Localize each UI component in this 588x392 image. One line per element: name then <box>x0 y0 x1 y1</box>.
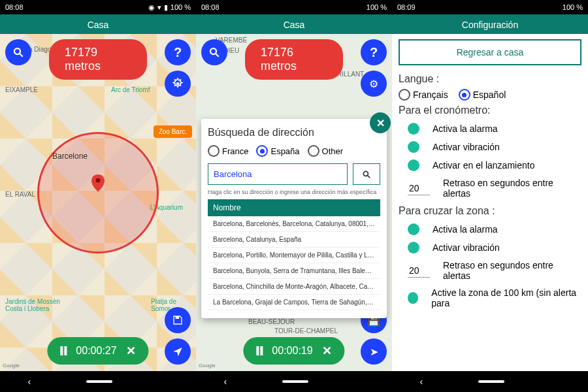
map-canvas[interactable]: CHANDIEU VALAIS MONTBRILLANT VAREMBÉ LES… <box>196 34 392 371</box>
address-input[interactable] <box>208 163 348 185</box>
status-bar: 08:08 ◉ ▾ ▮ 100 % <box>0 0 196 14</box>
poi-label: Arc de Triomf <box>111 86 150 93</box>
app-header: Configuración <box>392 14 588 35</box>
help-button[interactable]: ? <box>165 39 191 65</box>
map-attribution: Google <box>199 363 216 368</box>
android-nav-bar: ‹ <box>196 371 392 392</box>
pause-icon[interactable] <box>60 346 67 355</box>
home-icon[interactable] <box>478 380 504 383</box>
clock: 08:09 <box>397 3 416 11</box>
back-icon[interactable]: ‹ <box>420 376 423 387</box>
search-button[interactable] <box>5 39 31 65</box>
lang-radio-es[interactable]: Español <box>459 89 506 101</box>
app-header: Casa <box>0 14 196 35</box>
toggle-label: Activar vibración <box>433 242 500 253</box>
timer-pill: 00:00:19 ✕ <box>243 337 344 365</box>
toggle-100km[interactable] <box>408 292 418 304</box>
delay-label: Retraso en segundos entre alertas <box>443 178 581 199</box>
neighborhood-label: EIXAMPLE <box>5 86 38 93</box>
result-item[interactable]: Barcelona, Portillo, Montemayor de Pilil… <box>208 248 380 263</box>
result-item[interactable]: Barcelona, Bunyola, Serra de Tramuntana,… <box>208 263 380 279</box>
save-button[interactable] <box>165 307 191 333</box>
search-button[interactable] <box>201 39 227 65</box>
poi-label: Jardins de Mossèn Costa i Llobera <box>5 298 60 312</box>
android-nav-bar: ‹ <box>392 371 588 392</box>
address-search-button[interactable] <box>353 163 380 185</box>
timer-close-icon[interactable]: ✕ <box>126 344 136 358</box>
svg-point-1 <box>14 48 20 54</box>
svg-point-7 <box>363 171 368 176</box>
status-bar: 08:08 100 % <box>196 0 392 14</box>
dialog-title: Búsqueda de dirección <box>208 127 380 139</box>
toggle-label: Active la zona de 100 km (sin alerta par… <box>431 287 581 308</box>
settings-button[interactable]: ⚙ <box>361 71 387 97</box>
svg-line-6 <box>216 54 219 57</box>
search-hint: Haga clic en su dirección o ingrese una … <box>208 189 380 195</box>
screen-settings: 08:09 100 % Configuración Regresar a cas… <box>392 0 588 392</box>
delay-input[interactable] <box>408 182 430 195</box>
result-item[interactable]: La Barcelona, Grajal de Campos, Tierra d… <box>208 295 380 310</box>
back-icon[interactable]: ‹ <box>224 376 227 387</box>
poi-badge: Zoo Barc. <box>154 125 192 138</box>
result-item[interactable]: Barcelona, Chinchilla de Monte-Aragón, A… <box>208 279 380 295</box>
timer-value: 00:00:19 <box>272 345 312 357</box>
locate-button[interactable]: ➤ <box>361 338 387 365</box>
locate-button[interactable] <box>165 338 191 365</box>
app-header: Casa <box>196 14 392 35</box>
battery-pct: 100 % <box>171 3 191 11</box>
settings-button[interactable] <box>165 71 191 97</box>
clock: 08:08 <box>5 3 24 11</box>
neighborhood-label: TOUR-DE-CHAMPEL <box>274 327 338 335</box>
battery-icon: ▮ <box>164 3 168 12</box>
country-radio-france[interactable]: France <box>208 145 248 157</box>
results-header: Nombre <box>208 199 380 216</box>
help-button[interactable]: ? <box>361 39 387 65</box>
result-item[interactable]: Barcelona, Catalunya, España <box>208 232 380 248</box>
map-canvas[interactable]: EIXAMPLE EL RAVAL Arc de Triomf Avinguda… <box>0 34 196 371</box>
neighborhood-label: EL RAVAL <box>5 191 35 198</box>
toggle-zone-alarm[interactable] <box>408 223 419 235</box>
android-nav-bar: ‹ <box>0 371 196 392</box>
delay-label: Retraso en segundos entre alertas <box>443 260 581 281</box>
back-icon[interactable]: ‹ <box>28 376 31 387</box>
home-icon[interactable] <box>282 380 308 383</box>
dialog-close-button[interactable]: ✕ <box>370 112 391 133</box>
country-radio-espana[interactable]: España <box>256 145 299 157</box>
svg-line-8 <box>368 175 370 178</box>
clock: 08:08 <box>201 3 220 11</box>
section-timer: Para el cronómetro: <box>399 105 581 116</box>
toggle-label: Activar vibración <box>433 142 500 152</box>
map-pin-icon <box>91 174 105 193</box>
toggle-label: Activa la alarma <box>433 224 498 235</box>
lang-radio-fr[interactable]: Français <box>399 89 448 101</box>
return-home-button[interactable]: Regresar a casa <box>399 39 581 65</box>
map-attribution: Google <box>3 363 20 368</box>
result-item[interactable]: Barcelona, Barcelonès, Barcelona, Catalu… <box>208 216 380 232</box>
toggle-vibration[interactable] <box>408 141 419 153</box>
svg-line-2 <box>20 54 23 57</box>
location-icon: ◉ <box>148 3 155 12</box>
zone-delay-input[interactable] <box>408 264 430 278</box>
battery-pct: 100 % <box>367 3 387 11</box>
language-label: Langue : <box>399 73 581 85</box>
timer-value: 00:00:27 <box>76 345 116 357</box>
pause-icon[interactable] <box>256 346 263 355</box>
toggle-alarm[interactable] <box>408 123 419 135</box>
wifi-icon: ▾ <box>157 3 161 12</box>
section-zone: Para cruzar la zona : <box>399 205 581 217</box>
home-icon[interactable] <box>86 380 112 383</box>
svg-point-5 <box>210 48 216 54</box>
toggle-zone-vibration[interactable] <box>408 242 419 253</box>
svg-rect-4 <box>176 316 179 319</box>
toggle-launch[interactable] <box>408 159 419 171</box>
toggle-label: Activa la alarma <box>433 123 498 134</box>
settings-panel: Regresar a casa Langue : Français Españo… <box>392 34 588 371</box>
screen-map-home: 08:08 ◉ ▾ ▮ 100 % Casa EIXAMPLE EL RAVAL… <box>0 0 196 392</box>
geofence-circle <box>37 132 159 253</box>
country-radio-other[interactable]: Other <box>308 145 344 157</box>
neighborhood-label: BEAU-SÉJOUR <box>248 318 295 325</box>
timer-close-icon[interactable]: ✕ <box>322 344 332 358</box>
timer-pill: 00:00:27 ✕ <box>47 337 148 365</box>
toggle-label: Activar en el lanzamiento <box>433 160 534 171</box>
screen-map-search: 08:08 100 % Casa CHANDIEU VALAIS MONTBRI… <box>196 0 392 392</box>
